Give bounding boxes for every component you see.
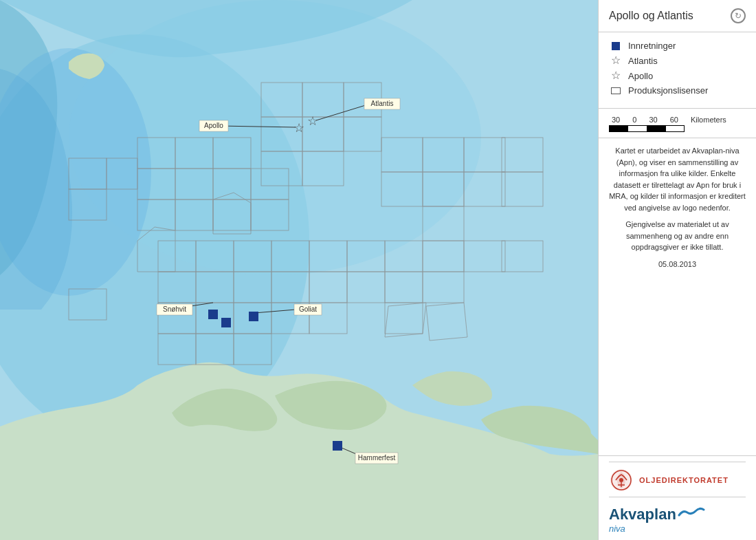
info-box: Kartet er utarbeidet av Akvaplan-niva (A…	[599, 138, 756, 456]
svg-point-86	[619, 478, 623, 482]
legend-item-innretninger: Innretninger	[609, 41, 746, 51]
map-area[interactable]: ☆ ☆ Atlantis Apollo Snøhvit Goliat Hamme…	[0, 0, 598, 540]
svg-rect-70	[249, 312, 258, 321]
od-logo: OLJEDIREKTORATET	[609, 468, 746, 493]
akvaplan-main-text: Akvaplan	[609, 507, 676, 522]
akvaplan-logo-section: Akvaplan niva	[609, 497, 746, 534]
refresh-icon[interactable]: ↻	[731, 8, 746, 23]
scale-bar: 30 0 30 60 Kilometers	[599, 109, 756, 138]
akvaplan-text: Akvaplan niva	[609, 506, 705, 534]
legend-atlantis-icon: ☆	[609, 55, 623, 66]
scale-label-0: 0	[632, 116, 636, 124]
svg-text:☆: ☆	[293, 121, 304, 135]
akvaplan-logo: Akvaplan niva	[609, 506, 746, 534]
legend-apollo-label: Apollo	[628, 71, 653, 81]
legend-atlantis-label: Atlantis	[628, 56, 658, 66]
akvaplan-wave-icon	[678, 506, 705, 522]
scale-labels: 30 0 30 60 Kilometers	[609, 116, 746, 124]
info-text-2: Gjengivelse av materialet ut av sammenhe…	[607, 219, 748, 253]
svg-text:Apollo: Apollo	[204, 122, 223, 129]
akvaplan-niva-text: niva	[609, 523, 625, 534]
legend-apollo-icon: ☆	[609, 70, 623, 81]
legend-item-produksjon: Produksjonslisenser	[609, 85, 746, 96]
svg-rect-71	[333, 441, 342, 451]
scale-graphic	[609, 125, 685, 132]
legend-item-atlantis: ☆ Atlantis	[609, 55, 746, 66]
scale-label-km: Kilometers	[691, 116, 726, 124]
legend-produksjon-icon	[609, 87, 623, 94]
map-title: Apollo og Atlantis	[609, 10, 693, 22]
svg-rect-69	[221, 318, 231, 327]
info-date: 05.08.2013	[607, 259, 748, 270]
od-text: OLJEDIREKTORATET	[639, 476, 729, 484]
sidebar-title-bar: Apollo og Atlantis ↻	[599, 0, 756, 32]
svg-text:Goliat: Goliat	[299, 305, 317, 313]
sidebar: Apollo og Atlantis ↻ Innretninger ☆ Atla…	[598, 0, 756, 540]
svg-rect-68	[208, 310, 218, 319]
scale-label-30neg: 30	[612, 116, 620, 124]
svg-text:Hammerfest: Hammerfest	[358, 454, 396, 462]
scale-label-30: 30	[649, 116, 657, 124]
svg-text:Snøhvit: Snøhvit	[163, 305, 186, 313]
svg-text:☆: ☆	[307, 114, 318, 128]
main-container: ☆ ☆ Atlantis Apollo Snøhvit Goliat Hamme…	[0, 0, 756, 540]
od-emblem-icon	[609, 468, 634, 493]
legend-innretninger-icon	[609, 42, 623, 50]
od-logo-section: OLJEDIREKTORATET	[609, 462, 746, 493]
legend-produksjon-label: Produksjonslisenser	[628, 85, 708, 96]
legend-innretninger-label: Innretninger	[628, 41, 676, 51]
legend: Innretninger ☆ Atlantis ☆ Apollo Produks…	[599, 32, 756, 109]
svg-text:Atlantis: Atlantis	[371, 100, 394, 107]
scale-label-60: 60	[670, 116, 678, 124]
logos-area: OLJEDIREKTORATET Akvaplan	[599, 456, 756, 540]
legend-item-apollo: ☆ Apollo	[609, 70, 746, 81]
info-text-1: Kartet er utarbeidet av Akvaplan-niva (A…	[607, 145, 748, 213]
